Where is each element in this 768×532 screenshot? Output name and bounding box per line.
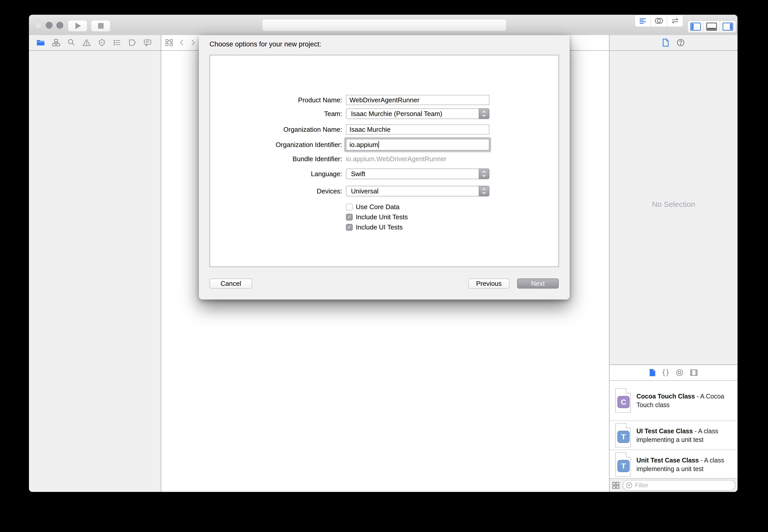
new-project-options-dialog: Choose options for your new project: Pro… <box>199 35 570 300</box>
library-tab-bar <box>610 365 738 381</box>
assistant-editor-icon <box>654 17 664 25</box>
no-selection-label: No Selection <box>610 200 738 209</box>
panel-toggle-buttons <box>688 21 736 33</box>
previous-button[interactable]: Previous <box>468 278 510 289</box>
include-ui-tests-checkbox[interactable]: ✓ <box>346 224 353 231</box>
related-items-icon[interactable] <box>165 38 173 47</box>
report-navigator-icon[interactable] <box>113 38 121 47</box>
organization-identifier-label: Organization Identifier: <box>210 141 342 149</box>
file-templates-library-icon[interactable] <box>649 369 656 377</box>
log-navigator-icon[interactable] <box>143 38 152 47</box>
list-item-text: Cocoa Touch Class - A Cocoa Touch class <box>637 392 732 409</box>
include-unit-tests-checkbox[interactable]: ✓ <box>346 214 353 221</box>
popup-stepper-icon <box>479 169 490 179</box>
activity-viewer <box>262 19 507 31</box>
use-core-data-checkbox[interactable] <box>346 204 353 210</box>
stop-button[interactable] <box>91 20 110 32</box>
checkbox-label: Use Core Data <box>356 203 400 211</box>
window-controls <box>35 22 63 29</box>
file-template-icon: T <box>615 452 631 477</box>
code-snippets-library-icon[interactable] <box>662 369 670 377</box>
minimize-window-button[interactable] <box>46 22 53 29</box>
product-name-field[interactable]: WebDriverAgentRunner <box>346 95 490 105</box>
file-template-icon: C <box>615 388 631 413</box>
file-template-icon: T <box>615 423 631 447</box>
options-groupbox: Product Name: WebDriverAgentRunner Team:… <box>209 55 559 267</box>
version-editor-icon <box>670 17 680 25</box>
utilities-panel: No Selection <box>609 35 738 492</box>
standard-editor-icon <box>638 16 647 25</box>
back-chevron-icon[interactable] <box>179 39 185 47</box>
file-inspector-icon[interactable] <box>662 38 669 47</box>
zoom-window-button[interactable] <box>56 22 63 29</box>
desktop: No Selection <box>0 0 768 532</box>
editor-mode-buttons <box>635 15 683 27</box>
assistant-editor-button[interactable] <box>651 15 667 27</box>
debug-area-icon <box>706 23 717 31</box>
cancel-button[interactable]: Cancel <box>209 278 252 289</box>
toggle-debug-area-button[interactable] <box>704 21 720 32</box>
navigator-tab-bar <box>29 35 161 51</box>
close-window-button[interactable] <box>35 22 42 29</box>
grid-view-icon[interactable] <box>612 481 620 490</box>
checkbox-label: Include Unit Tests <box>356 213 408 221</box>
filter-icon <box>626 482 632 489</box>
list-item-text: UI Test Case Class - A class implementin… <box>637 427 732 444</box>
stop-icon <box>98 23 104 29</box>
team-label: Team: <box>210 110 342 118</box>
popup-stepper-icon <box>479 186 490 196</box>
class-badge: C <box>617 396 630 408</box>
class-badge: T <box>617 431 630 443</box>
list-item-text: Unit Test Case Class - A class implement… <box>637 456 732 473</box>
library-panel: C Cocoa Touch Class - A Cocoa Touch clas… <box>610 364 738 492</box>
library-filter-field[interactable] <box>623 480 736 491</box>
project-navigator-icon[interactable] <box>36 38 45 47</box>
organization-identifier-field[interactable]: io.appium <box>346 139 490 151</box>
popup-stepper-icon <box>479 108 490 119</box>
dialog-title: Choose options for your new project: <box>209 40 321 48</box>
checkmark-icon: ✓ <box>347 214 352 220</box>
class-badge: T <box>617 460 630 472</box>
test-navigator-icon[interactable] <box>97 38 106 47</box>
quick-help-icon[interactable] <box>676 38 685 47</box>
next-button[interactable]: Next <box>517 278 559 289</box>
issue-navigator-icon[interactable] <box>82 38 91 47</box>
standard-editor-button[interactable] <box>635 15 651 27</box>
utilities-panel-icon <box>723 23 733 31</box>
toolbar <box>29 15 738 36</box>
bundle-identifier-value: io.appium.WebDriverAgentRunner <box>346 155 447 163</box>
product-name-label: Product Name: <box>210 96 342 104</box>
language-label: Language: <box>210 170 342 178</box>
checkmark-icon: ✓ <box>347 224 352 230</box>
forward-chevron-icon[interactable] <box>190 39 196 47</box>
library-bottom-bar <box>610 478 738 492</box>
text-caret <box>378 141 379 148</box>
checkbox-label: Include UI Tests <box>356 223 403 231</box>
toggle-navigator-button[interactable] <box>688 21 704 32</box>
organization-name-field[interactable]: Isaac Murchie <box>346 124 490 135</box>
media-library-icon[interactable] <box>690 369 698 376</box>
team-popup[interactable]: Isaac Murchie (Personal Team) <box>346 108 490 119</box>
devices-label: Devices: <box>210 187 342 195</box>
search-navigator-icon[interactable] <box>67 38 76 47</box>
organization-name-label: Organization Name: <box>210 126 342 134</box>
bundle-identifier-label: Bundle Identifier: <box>210 155 342 163</box>
list-item[interactable]: T UI Test Case Class - A class implement… <box>610 421 738 450</box>
language-popup[interactable]: Swift <box>346 169 490 179</box>
filter-input[interactable] <box>634 481 732 489</box>
object-library-icon[interactable] <box>676 369 684 377</box>
devices-popup[interactable]: Universal <box>346 186 490 196</box>
symbol-navigator-icon[interactable] <box>52 38 60 47</box>
list-item[interactable]: T Unit Test Case Class - A class impleme… <box>610 450 738 479</box>
inspector-tab-bar <box>610 35 738 51</box>
navigator-panel <box>29 35 161 492</box>
toggle-utilities-button[interactable] <box>720 21 736 32</box>
list-item[interactable]: C Cocoa Touch Class - A Cocoa Touch clas… <box>610 381 738 421</box>
version-editor-button[interactable] <box>667 15 683 27</box>
play-icon <box>75 23 81 29</box>
breakpoint-navigator-icon[interactable] <box>128 38 137 47</box>
run-button[interactable] <box>68 20 87 32</box>
navigator-panel-icon <box>690 23 701 31</box>
